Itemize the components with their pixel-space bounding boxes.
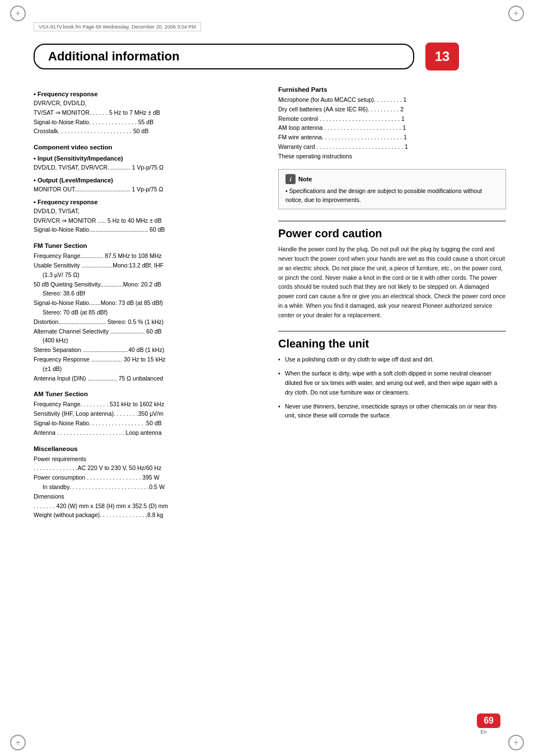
corner-decoration-br <box>508 735 524 750</box>
note-title-text: Note <box>298 176 312 182</box>
note-box: i Note • Specifications and the design a… <box>278 169 506 210</box>
corner-decoration-tl <box>10 6 26 21</box>
input-heading: Input (Sensitivity/Impedance) <box>34 155 261 162</box>
input-block: DVD/LD, TV/SAT, DVR/VCR.............. 1 … <box>34 163 261 172</box>
spec-line: DVR/VCR ⇒ MONITOR ..... 5 Hz to 40 MHz ±… <box>34 216 261 226</box>
list-item: Use a polishing cloth or dry cloth to wi… <box>278 355 506 364</box>
frequency-response2-heading: Frequency response <box>34 199 261 205</box>
spec-line: (±1 dB) <box>34 364 261 374</box>
fm-tuner-block: Frequency Range.............. 87.5 MHz t… <box>34 251 261 383</box>
spec-line: DVR/VCR, DVD/LD, <box>34 98 261 108</box>
spec-line: Warranty card . . . . . . . . . . . . . … <box>278 142 506 152</box>
spec-line: Distortion............................. … <box>34 317 261 327</box>
page-number: 69 <box>477 713 500 728</box>
page-en-label: En <box>467 729 500 735</box>
spec-line: Dimensions <box>34 492 261 501</box>
spec-line: DVD/LD, TV/SAT, DVR/VCR.............. 1 … <box>34 163 261 172</box>
spec-line: Signal-to-Noise Ratio.......Mono: 73 dB … <box>34 298 261 308</box>
file-info-bar: VSX-917V.book.fm Page 69 Wednesday, Dece… <box>34 22 201 31</box>
spec-line: AM loop antenna . . . . . . . . . . . . … <box>278 123 506 133</box>
spec-line: Power requirements <box>34 454 261 464</box>
spec-line: Sensitivity (IHF, Loop antenna). . . . .… <box>34 409 261 419</box>
spec-line: (1.3 μV/ 75 Ω) <box>34 270 261 280</box>
am-tuner-block: Frequency Range. . . . . . . . . 531 kHz… <box>34 400 261 437</box>
spec-line: Frequency Range. . . . . . . . . 531 kHz… <box>34 400 261 409</box>
chapter-title: Additional information <box>34 44 414 69</box>
chapter-header: Additional information 13 <box>34 43 506 71</box>
furnished-block: Microphone (for Auto MCACC setup). . . .… <box>278 95 506 161</box>
spec-line: . . . . . . . 420 (W) mm x 158 (H) mm x … <box>34 501 261 511</box>
cleaning-list: Use a polishing cloth or dry cloth to wi… <box>278 355 506 420</box>
corner-decoration-bl <box>10 735 26 750</box>
fm-tuner-heading: FM Tuner Section <box>34 242 261 249</box>
spec-line: Usable Sensitivity ...................Mo… <box>34 261 261 270</box>
corner-decoration-tr <box>508 6 524 21</box>
cleaning-section: Cleaning the unit Use a polishing cloth … <box>278 331 506 420</box>
spec-line: Frequency Response ................... 3… <box>34 355 261 364</box>
output-block: MONITOR OUT.............................… <box>34 185 261 194</box>
spec-line: Stereo Separation ......................… <box>34 345 261 355</box>
spec-line: FM wire antenna. . . . . . . . . . . . .… <box>278 133 506 142</box>
list-item: Never use thinners, benzine, insecticide… <box>278 402 506 421</box>
right-column: Furnished Parts Microphone (for Auto MCA… <box>278 86 506 520</box>
spec-line: 50 dB Quieting Sensitivity..............… <box>34 280 261 289</box>
cleaning-title: Cleaning the unit <box>278 337 506 350</box>
file-info-text: VSX-917V.book.fm Page 69 Wednesday, Dece… <box>39 24 196 30</box>
frequency-response2-block: DVD/LD, TV/SAT, DVR/VCR ⇒ MONITOR ..... … <box>34 206 261 234</box>
spec-line: Antenna Input (DIN) .................. 7… <box>34 374 261 383</box>
note-bullet-text: Specifications and the design are subjec… <box>285 187 482 203</box>
spec-line: . . . . . . . . . . . . . .AC 220 V to 2… <box>34 463 261 473</box>
output-heading: Output (Level/Impedance) <box>34 177 261 184</box>
miscellaneous-block: Power requirements . . . . . . . . . . .… <box>34 454 261 520</box>
spec-line: Microphone (for Auto MCACC setup). . . .… <box>278 95 506 105</box>
power-cord-title: Power cord caution <box>278 227 506 240</box>
spec-line: Weight (without package). . . . . . . . … <box>34 510 261 520</box>
spec-line: Antenna . . . . . . . . . . . . . . . . … <box>34 428 261 438</box>
spec-line: Stereo: 38.6 dBf <box>34 289 261 298</box>
spec-line: (400 kHz) <box>34 336 261 345</box>
spec-line: Signal-to-Noise Ratio. . . . . . . . . .… <box>34 118 261 127</box>
spec-line: Remote control . . . . . . . . . . . . .… <box>278 114 506 124</box>
spec-line: Power consumption . . . . . . . . . . . … <box>34 473 261 482</box>
spec-line: Signal-to-Noise Ratio. . . . . . . . . .… <box>34 419 261 428</box>
power-cord-section: Power cord caution Handle the power cord… <box>278 220 506 320</box>
power-cord-text: Handle the power cord by the plug. Do no… <box>278 245 506 320</box>
spec-line: TV/SAT ⇒ MONITOR. . . . . . 5 Hz to 7 MH… <box>34 108 261 118</box>
spec-line: Stereo: 70 dB (at 85 dBf) <box>34 308 261 317</box>
spec-line: Dry cell batteries (AA size IEC R6). . .… <box>278 105 506 114</box>
page: VSX-917V.book.fm Page 69 Wednesday, Dece… <box>0 0 534 756</box>
spec-line: Alternate Channel Selectivity ..........… <box>34 327 261 336</box>
component-video-heading: Component video section <box>34 144 261 151</box>
note-title: i Note <box>285 174 499 184</box>
spec-line: In standby. . . . . . . . . . . . . . . … <box>34 482 261 492</box>
am-tuner-heading: AM Tuner Section <box>34 391 261 397</box>
spec-line: DVD/LD, TV/SAT, <box>34 206 261 216</box>
spec-line: These operating instructions <box>278 152 506 161</box>
note-icon: i <box>285 174 296 184</box>
furnished-heading: Furnished Parts <box>278 86 506 93</box>
chapter-number: 13 <box>425 43 459 71</box>
content-columns: Frequency response DVR/VCR, DVD/LD, TV/S… <box>34 86 506 520</box>
spec-line: MONITOR OUT.............................… <box>34 185 261 194</box>
miscellaneous-heading: Miscellaneous <box>34 445 261 452</box>
spec-line: Signal-to-Noise Ratio...................… <box>34 225 261 234</box>
spec-line: Crosstalk. . . . . . . . . . . . . . . .… <box>34 126 261 136</box>
list-item: When the surface is dirty, wipe with a s… <box>278 369 506 397</box>
note-text: • Specifications and the design are subj… <box>285 186 499 205</box>
frequency-response-block: DVR/VCR, DVD/LD, TV/SAT ⇒ MONITOR. . . .… <box>34 98 261 136</box>
left-column: Frequency response DVR/VCR, DVD/LD, TV/S… <box>34 86 261 520</box>
spec-line: Frequency Range.............. 87.5 MHz t… <box>34 251 261 261</box>
frequency-response-heading: Frequency response <box>34 91 261 97</box>
